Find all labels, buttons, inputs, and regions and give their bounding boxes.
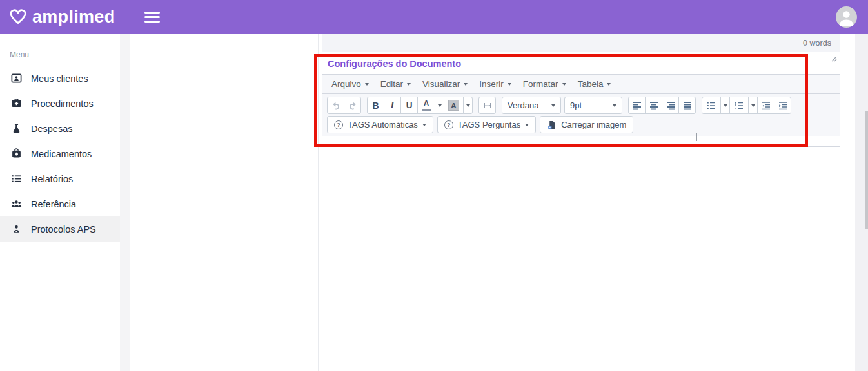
sidebar-item-label: Referência <box>31 199 76 209</box>
sidebar-item-label: Despesas <box>31 124 72 134</box>
page-scrollbar-track[interactable] <box>855 34 868 371</box>
numbered-list-button[interactable] <box>729 97 749 114</box>
menu-editar[interactable]: Editar <box>375 77 417 91</box>
chevron-down-icon <box>751 104 755 107</box>
sidebar-item-relatorios[interactable]: Relatórios <box>0 166 120 191</box>
underline-button[interactable]: U <box>400 97 418 114</box>
text-color-button[interactable]: A <box>417 97 435 114</box>
upload-image-icon <box>547 120 557 130</box>
chevron-down-icon <box>562 83 566 86</box>
people-group-icon <box>11 198 22 209</box>
justify-icon <box>682 100 693 111</box>
align-center-button[interactable] <box>645 97 662 114</box>
menu-tabela[interactable]: Tabela <box>572 77 617 91</box>
toolbar-row-1: B I U A A <box>327 97 835 114</box>
text-color-icon: A <box>422 100 431 111</box>
menu-visualizar[interactable]: Visualizar <box>417 77 473 91</box>
sidebar-item-despesas[interactable]: Despesas <box>0 116 120 141</box>
menu-inserir[interactable]: Inserir <box>473 77 517 91</box>
chevron-down-icon <box>525 124 529 126</box>
chevron-down-icon <box>407 83 411 86</box>
justify-button[interactable] <box>678 97 696 114</box>
numbered-list-dropdown[interactable] <box>748 97 758 114</box>
page-break-icon <box>482 100 493 111</box>
chevron-down-icon <box>613 104 616 107</box>
sidebar-item-meus-clientes[interactable]: Meus clientes <box>0 66 120 91</box>
flask-icon <box>11 123 22 134</box>
sidebar-section-label: Menu <box>10 50 29 59</box>
sidebar-item-label: Procedimentos <box>31 99 94 109</box>
menu-formatar[interactable]: Formatar <box>517 77 572 91</box>
undo-icon <box>331 100 341 111</box>
page-scrollbar-thumb[interactable] <box>865 111 868 229</box>
user-avatar[interactable] <box>836 6 857 28</box>
word-count: 0 words <box>794 34 840 52</box>
carregar-imagem-button[interactable]: Carregar imagem <box>540 116 633 133</box>
sidebar-item-procedimentos[interactable]: Procedimentos <box>0 91 120 116</box>
chevron-down-icon <box>508 83 511 86</box>
sidebar-item-medicamentos[interactable]: Medicamentos <box>0 141 120 166</box>
background-color-dropdown[interactable] <box>463 97 473 114</box>
editor-resize-handle-icon[interactable] <box>829 53 837 64</box>
hamburger-menu-icon[interactable] <box>144 12 160 23</box>
background-color-button[interactable]: A <box>444 97 464 114</box>
sidebar: Menu Meus clientes Procedimentos <box>0 34 120 371</box>
italic-button[interactable]: I <box>384 97 401 114</box>
align-left-button[interactable] <box>628 97 646 114</box>
font-size-select[interactable]: 9pt <box>564 97 622 114</box>
panel-left-border <box>318 34 319 371</box>
chevron-down-icon <box>607 83 611 86</box>
help-circle-icon: ? <box>334 120 343 129</box>
person-silhouette-icon <box>836 6 857 28</box>
contact-card-icon <box>11 73 22 84</box>
app-window: amplimed Menu Meus clientes <box>0 0 868 371</box>
tags-perguntas-button[interactable]: ? TAGS Perguntas <box>437 116 536 133</box>
tags-automaticas-button[interactable]: ? TAGS Automáticas <box>327 116 433 133</box>
editor-toolbar: B I U A A <box>322 94 840 137</box>
sidebar-scrollbar-track[interactable] <box>120 34 130 371</box>
font-family-value: Verdana <box>508 100 538 110</box>
menu-arquivo[interactable]: Arquivo <box>326 77 375 91</box>
bullet-list-icon <box>706 100 716 111</box>
align-center-icon <box>649 100 659 111</box>
document-editor: Arquivo Editar Visualizar Inserir Format… <box>322 74 840 147</box>
sidebar-item-referencia[interactable]: Referência <box>0 191 120 216</box>
font-size-value: 9pt <box>570 100 582 110</box>
chevron-down-icon <box>365 83 369 86</box>
top-navbar: amplimed <box>0 0 868 34</box>
chevron-down-icon <box>422 124 426 126</box>
redo-button[interactable] <box>344 97 361 114</box>
list-icon <box>11 173 22 184</box>
italic-icon: I <box>391 100 395 111</box>
editor-content-area[interactable] <box>322 136 840 146</box>
chevron-down-icon <box>464 83 468 86</box>
button-label: TAGS Perguntas <box>458 120 520 129</box>
numbered-list-icon <box>734 100 744 111</box>
underline-icon: U <box>406 100 413 110</box>
font-family-select[interactable]: Verdana <box>502 97 561 114</box>
chevron-down-icon <box>724 104 727 107</box>
bullet-list-button[interactable] <box>702 97 721 114</box>
button-label: TAGS Automáticas <box>348 120 418 129</box>
brand-name: amplimed <box>32 7 115 27</box>
text-cursor <box>696 133 697 141</box>
undo-button[interactable] <box>327 97 344 114</box>
page-break-button[interactable] <box>478 97 496 114</box>
chevron-down-icon <box>551 104 555 107</box>
text-color-dropdown[interactable] <box>435 97 444 114</box>
increase-indent-icon <box>778 100 788 111</box>
toolbar-row-2: ? TAGS Automáticas ? TAGS Perguntas Carr… <box>327 116 835 133</box>
decrease-indent-button[interactable] <box>757 97 774 114</box>
bold-button[interactable]: B <box>367 97 384 114</box>
redo-icon <box>348 100 358 111</box>
bullet-list-dropdown[interactable] <box>720 97 730 114</box>
align-right-button[interactable] <box>662 97 679 114</box>
chevron-down-icon <box>466 104 470 107</box>
increase-indent-button[interactable] <box>774 97 791 114</box>
sidebar-item-label: Medicamentos <box>31 149 92 159</box>
chevron-down-icon <box>438 104 442 107</box>
button-label: Carregar imagem <box>561 120 626 129</box>
align-right-icon <box>666 100 676 111</box>
sidebar-item-protocolos-aps[interactable]: Protocolos APS <box>0 216 120 242</box>
brand-logo[interactable]: amplimed <box>8 7 115 28</box>
